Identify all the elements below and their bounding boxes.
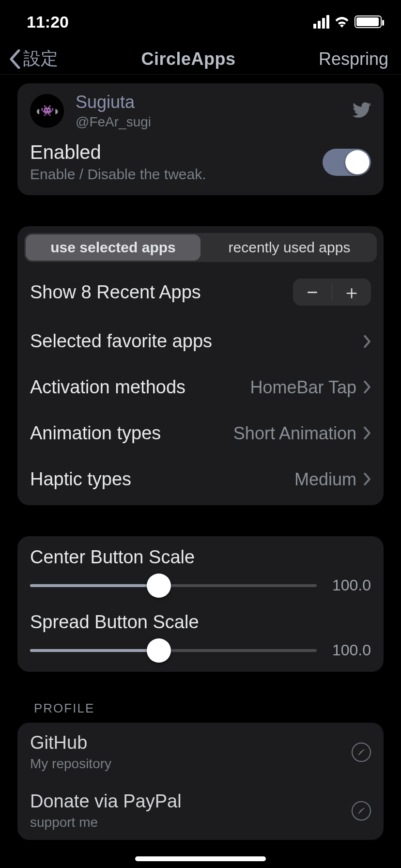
center-scale-slider[interactable] [30, 584, 317, 587]
scale-card: Center Button Scale 100.0 Spread Button … [17, 536, 384, 672]
enabled-toggle[interactable] [323, 149, 371, 176]
chevron-right-icon [363, 335, 371, 348]
back-button[interactable]: 設定 [9, 47, 58, 71]
enabled-subtitle: Enable / Disable the tweak. [30, 166, 206, 183]
recent-apps-row: Show 8 Recent Apps − ＋ [17, 262, 384, 318]
stepper-minus[interactable]: − [293, 279, 332, 306]
center-scale-label: Center Button Scale [30, 547, 371, 568]
haptic-label: Haptic types [30, 469, 131, 490]
safari-icon [352, 801, 371, 821]
battery-icon [355, 16, 382, 28]
activation-row[interactable]: Activation methods HomeBar Tap [17, 364, 384, 410]
favorite-apps-row[interactable]: Selected favorite apps [17, 318, 384, 364]
spread-scale-label: Spread Button Scale [30, 612, 371, 633]
author-handle: @FeAr_sugi [76, 114, 151, 130]
activation-value: HomeBar Tap [250, 377, 356, 398]
spread-scale-slider[interactable] [30, 649, 317, 652]
safari-icon [352, 743, 371, 762]
chevron-right-icon [363, 423, 371, 444]
activation-label: Activation methods [30, 377, 185, 398]
recent-apps-stepper[interactable]: − ＋ [293, 279, 371, 306]
back-label: 設定 [23, 47, 58, 71]
github-row[interactable]: GitHub My repository [17, 723, 384, 781]
animation-label: Animation types [30, 423, 161, 444]
recent-apps-label: Show 8 Recent Apps [30, 282, 201, 303]
chevron-right-icon [363, 377, 371, 398]
segmented-control[interactable]: use selected apps recently used apps [24, 233, 377, 262]
github-sub: My repository [30, 756, 111, 772]
status-time: 11:20 [27, 13, 69, 31]
author-name: Sugiuta [76, 92, 151, 112]
profile-header: PROFILE [17, 701, 384, 723]
github-title: GitHub [30, 732, 111, 753]
twitter-icon [353, 102, 371, 120]
home-indicator[interactable] [135, 856, 266, 861]
nav-bar: 設定 CircleApps Respring [0, 44, 401, 75]
avatar: ◖ 👾 ◗ [30, 94, 64, 128]
haptic-row[interactable]: Haptic types Medium [17, 456, 384, 502]
status-indicators [313, 15, 382, 29]
author-card: ◖ 👾 ◗ Sugiuta @FeAr_sugi Enabled Enable … [17, 83, 384, 195]
animation-value: Short Animation [233, 423, 356, 444]
chevron-right-icon [363, 469, 371, 490]
author-row[interactable]: ◖ 👾 ◗ Sugiuta @FeAr_sugi [17, 83, 384, 135]
wifi-icon [334, 16, 350, 28]
settings-card: use selected apps recently used apps Sho… [17, 226, 384, 505]
segment-selected-apps[interactable]: use selected apps [26, 234, 200, 261]
animation-row[interactable]: Animation types Short Animation [17, 410, 384, 456]
stepper-plus[interactable]: ＋ [332, 279, 371, 306]
favorite-apps-label: Selected favorite apps [30, 331, 212, 352]
respring-button[interactable]: Respring [319, 49, 388, 69]
donate-row[interactable]: Donate via PayPal support me [17, 781, 384, 840]
donate-sub: support me [30, 815, 182, 830]
enabled-title: Enabled [30, 141, 206, 163]
page-title: CircleApps [141, 49, 235, 69]
segment-recent-apps[interactable]: recently used apps [202, 233, 377, 262]
cellular-icon [313, 15, 329, 29]
donate-title: Donate via PayPal [30, 791, 182, 812]
spread-scale-value: 100.0 [327, 641, 371, 659]
haptic-value: Medium [294, 469, 356, 490]
profile-card: GitHub My repository Donate via PayPal s… [17, 723, 384, 840]
status-bar: 11:20 [0, 0, 401, 44]
center-scale-value: 100.0 [327, 576, 371, 594]
